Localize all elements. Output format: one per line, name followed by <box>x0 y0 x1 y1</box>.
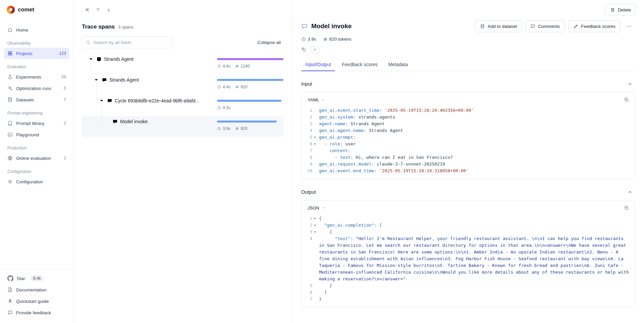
sidebar-item-playground[interactable]: Playground <box>4 129 69 140</box>
fold-chevron-icon[interactable] <box>312 229 318 235</box>
sidebar-item-configuration[interactable]: Configuration <box>4 176 69 187</box>
span-row-strands-agent[interactable]: Strands Agent4.4s1240 <box>82 54 283 75</box>
copy-input-button[interactable] <box>622 95 631 104</box>
fold-chevron-icon[interactable] <box>312 134 318 141</box>
span-expand-chevron-icon[interactable] <box>88 56 94 62</box>
tree-connector <box>91 80 93 80</box>
feedback-scores-button[interactable]: Feedback scores <box>568 20 621 32</box>
logo[interactable]: comet <box>0 0 73 19</box>
clock-icon <box>217 64 221 68</box>
span-expand-chevron-icon[interactable] <box>99 98 105 104</box>
span-row-model-invoke[interactable]: Model invoke3.9s620 <box>82 116 283 137</box>
arrow-up-icon <box>95 7 101 12</box>
tree-connector <box>102 104 102 121</box>
span-expand-chevron-icon[interactable] <box>93 77 99 83</box>
fold-spacer <box>312 296 318 303</box>
detail-content: Model invoke Add to dataset Comments Fee… <box>292 19 644 323</box>
collapse-input-button[interactable] <box>625 79 635 89</box>
collapse-all-button[interactable]: Collapse all <box>255 38 283 47</box>
sidebar-item-optimization-runs[interactable]: Optimization runs0 <box>4 83 69 94</box>
llm-span-icon <box>112 119 118 125</box>
fold-spacer <box>312 127 318 134</box>
tag-row <box>301 46 635 53</box>
sidebar-item-experiments[interactable]: Experiments28 <box>4 71 69 83</box>
hash-icon <box>235 64 239 68</box>
line-number: 4 <box>304 235 312 242</box>
code-line: 3agent.name: Strands Agent <box>304 121 630 127</box>
line-number: 10 <box>304 168 312 174</box>
fold-chevron-icon[interactable] <box>312 215 318 222</box>
sidebar-item-home[interactable]: Home <box>4 24 69 36</box>
tree-connector <box>91 62 91 80</box>
span-row-strands-agent[interactable]: Strands Agent4.4s620 <box>82 75 283 95</box>
span-row-cycle-693b8dfb-e22e-4ead-9bf6-a9afd[interactable]: Cycle 693b8dfb-e22e-4ead-9bf6-a9afd...4.… <box>82 95 283 116</box>
close-trace-button[interactable] <box>82 4 93 15</box>
output-code: 1{2 "gen_ai.completion": [3 {4 "text": "… <box>302 214 634 307</box>
input-format-select[interactable]: YAML <box>306 96 327 104</box>
copy-output-button[interactable] <box>622 203 631 213</box>
star-label: Star <box>17 276 25 281</box>
line-number: 9 <box>304 161 312 168</box>
tree-connector <box>102 121 104 122</box>
span-meta-row: 3.9s 620 tokens <box>301 37 635 42</box>
span-duration-bar <box>217 100 281 102</box>
sidebar-item-datasets[interactable]: Datasets7 <box>4 94 69 105</box>
code-line: 2gen_ai.system: strands-agents <box>304 114 630 121</box>
tab-feedback-scores[interactable]: Feedback scores <box>338 58 382 71</box>
sidebar-item-online-evaluation[interactable]: Online evaluation1 <box>4 152 69 164</box>
database-icon <box>480 24 485 29</box>
input-section-head: Input <box>301 79 635 89</box>
span-duration: 4.3s <box>217 105 230 110</box>
add-to-dataset-button[interactable]: Add to dataset <box>475 20 522 32</box>
add-tag-button[interactable] <box>310 46 320 53</box>
delete-button[interactable]: Delete <box>605 4 636 16</box>
tag-icon <box>301 47 307 52</box>
collapse-output-button[interactable] <box>625 187 635 197</box>
code-line-content: agent.name: Strands Agent <box>319 121 630 127</box>
github-star-button[interactable]: Star 8.4k <box>4 273 69 284</box>
prev-span-button[interactable] <box>93 4 103 15</box>
sidebar-item-projects[interactable]: Projects123 <box>4 48 69 59</box>
code-line: 9gen_ai.request.model: claude-3-7-sonnet… <box>304 161 630 168</box>
sidebar-link-documentation[interactable]: Documentation <box>4 284 69 295</box>
comments-button[interactable]: Comments <box>525 20 565 32</box>
llm-span-icon <box>101 77 107 83</box>
trace-panel: Trace spans 3 spans Collapse all Strands… <box>74 0 292 323</box>
output-format-select[interactable]: JSON <box>306 204 327 212</box>
code-line: 7 content: <box>304 147 630 154</box>
line-number: 3 <box>304 229 312 235</box>
next-span-button[interactable] <box>103 4 114 15</box>
trace-spans-title: Trace spans <box>82 24 115 30</box>
trace-title-row: Trace spans 3 spans <box>82 24 283 30</box>
tree-connector <box>96 100 98 101</box>
span-timeline: 3.9s620 <box>217 118 283 131</box>
chevron-up-icon <box>627 81 633 87</box>
line-gutter: 2 <box>304 114 318 121</box>
more-actions-button[interactable] <box>624 21 635 32</box>
sidebar-item-prompt-library[interactable]: Prompt library2 <box>4 118 69 129</box>
tab-metadata[interactable]: Metadata <box>384 58 412 71</box>
terminal-icon <box>7 132 13 137</box>
line-number: 2 <box>304 222 312 229</box>
delete-label: Delete <box>618 7 631 12</box>
tree-connector <box>96 83 97 100</box>
input-code-box: YAML 1gen_ai.event.start_time: '2025-05-… <box>301 92 635 179</box>
search-input[interactable] <box>93 40 169 45</box>
logo-text: comet <box>18 6 34 13</box>
hash-icon <box>235 85 239 89</box>
comment-icon <box>530 24 535 29</box>
nav-item-label: Configuration <box>16 179 43 184</box>
line-number: 6 <box>304 289 312 296</box>
detail-tabs: Input/OutputFeedback scoresMetadata <box>301 58 635 71</box>
fold-chevron-icon[interactable] <box>312 222 318 229</box>
fold-chevron-icon[interactable] <box>312 141 318 147</box>
span-timeline: 4.4s620 <box>217 77 283 89</box>
rocket-icon <box>7 298 13 304</box>
span-duration: 3.9s <box>301 37 316 42</box>
line-number: 4 <box>304 127 312 134</box>
sidebar-link-provide-feedback[interactable]: Provide feedback <box>4 307 69 318</box>
span-meta: 3.9s620 <box>217 126 283 131</box>
fold-spacer <box>312 121 318 127</box>
tab-input-output[interactable]: Input/Output <box>301 58 335 71</box>
sidebar-link-quickstart-guide[interactable]: Quickstart guide <box>4 295 69 307</box>
